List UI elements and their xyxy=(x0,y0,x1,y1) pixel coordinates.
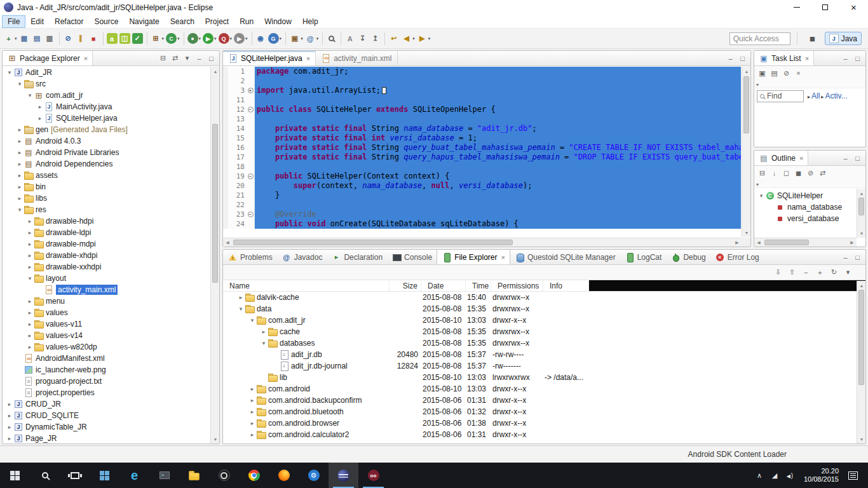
expand-arrow-icon[interactable]: ▸ xyxy=(16,126,24,133)
close-button[interactable] xyxy=(839,0,868,15)
expand-arrow-icon[interactable]: ▸ xyxy=(26,298,34,304)
line-number[interactable]: 13 xyxy=(228,114,247,124)
maximize-view-button[interactable]: □ xyxy=(852,152,863,163)
tree-item-menu[interactable]: ▸menu xyxy=(3,295,210,307)
forward-button[interactable]: ▶▾ xyxy=(416,32,431,44)
menu-window[interactable]: Window xyxy=(259,16,297,27)
expand-arrow-icon[interactable]: ▾ xyxy=(26,92,34,98)
chrome-icon[interactable] xyxy=(239,463,269,488)
scroll-up-icon[interactable] xyxy=(857,189,866,198)
run-dropdown[interactable]: ▾ xyxy=(214,36,217,41)
editor-tab-activity-main-xml[interactable]: activity_main.xml xyxy=(316,51,397,65)
settings-icon[interactable]: ⚙ xyxy=(299,463,329,488)
file-row-dalvik-cache[interactable]: ▸dalvik-cache2015-08-0815:40drwxrwx--x xyxy=(223,292,865,303)
push-file-onto-device-button[interactable]: ⇧ xyxy=(787,267,797,278)
task-list-tab[interactable]: Task List × xyxy=(754,51,814,65)
line-number[interactable]: 19 xyxy=(228,172,247,181)
code-line[interactable] xyxy=(255,76,741,86)
network-icon[interactable]: ◢ xyxy=(770,471,779,480)
annotation-ruler[interactable] xyxy=(223,86,228,95)
annotation-ruler[interactable] xyxy=(223,181,228,191)
lint-check-button[interactable]: ✓ xyxy=(132,32,144,44)
fold-ruler[interactable] xyxy=(247,152,255,162)
tab-questoid-sqlite-manager[interactable]: Questoid SQLite Manager xyxy=(510,250,620,264)
tree-item-assets[interactable]: ▸assets xyxy=(3,170,210,181)
delete-selection-button[interactable]: − xyxy=(801,267,811,278)
expand-arrow-icon[interactable]: ▾ xyxy=(757,193,765,199)
editor-tab-sqlitehelper-java[interactable]: SQLiteHelper.java× xyxy=(223,51,316,65)
volume-icon[interactable] xyxy=(785,471,794,479)
tree-item-values-v11[interactable]: ▸values-v11 xyxy=(3,318,210,330)
outline-item-sqlitehelper[interactable]: ▾SQLiteHelper xyxy=(755,190,856,201)
outline-vertical-scrollbar[interactable] xyxy=(857,189,865,238)
tree-item-crud-jr[interactable]: ▸CRUD_JR xyxy=(3,398,210,410)
tree-item-drawable-mdpi[interactable]: ▸drawable-mdpi xyxy=(3,238,210,250)
file-explorer-icon[interactable] xyxy=(179,463,209,488)
task-view-button[interactable] xyxy=(60,463,90,488)
outline-item-versi-database[interactable]: versi_database xyxy=(755,213,856,224)
file-row-databases[interactable]: ▾databases2015-08-0815:35drwxrwx--x xyxy=(223,337,865,349)
minimize-button[interactable] xyxy=(782,0,811,15)
avd-manager-button[interactable]: ◫ xyxy=(119,32,131,44)
annotation-ruler[interactable] xyxy=(223,172,228,181)
expand-arrow-icon[interactable]: ▸ xyxy=(260,329,268,335)
filter-tasks-button[interactable]: ⊘ xyxy=(781,68,792,79)
line-number[interactable]: 2 xyxy=(228,76,247,86)
fold-ruler[interactable] xyxy=(247,67,255,76)
toolbar-overflow-button[interactable] xyxy=(756,79,759,88)
new-java-project-button[interactable]: ⊞▾ xyxy=(150,32,165,44)
fold-toggle-icon[interactable]: + xyxy=(248,88,254,93)
delete-task-button[interactable]: × xyxy=(793,68,804,79)
menu-run[interactable]: Run xyxy=(234,16,259,27)
maximize-editor-button[interactable]: □ xyxy=(737,53,748,64)
expand-arrow-icon[interactable]: ▾ xyxy=(248,317,256,323)
close-view-icon[interactable]: × xyxy=(799,154,803,162)
media-app-icon[interactable]: oo xyxy=(358,463,388,488)
tree-item-com-adit-jr[interactable]: ▾com.adit_jr xyxy=(3,90,210,101)
coverage-button[interactable]: Q▾ xyxy=(218,32,233,44)
close-tab-icon[interactable]: × xyxy=(306,55,310,62)
new-wizard-dropdown[interactable]: ▾ xyxy=(15,36,17,41)
fold-ruler[interactable]: + xyxy=(247,86,255,95)
fold-ruler[interactable] xyxy=(247,191,255,200)
pull-file-from-device-button[interactable]: ⇩ xyxy=(773,267,783,278)
close-view-icon[interactable]: × xyxy=(805,55,809,62)
annotation-ruler[interactable] xyxy=(223,210,228,219)
scroll-down-icon[interactable] xyxy=(857,229,866,238)
eclipse-icon[interactable] xyxy=(329,463,358,488)
fold-ruler[interactable] xyxy=(247,114,255,124)
line-number[interactable]: 16 xyxy=(228,143,247,152)
tree-item-values[interactable]: ▸values xyxy=(3,307,210,318)
tree-item-ic-launcher-web-png[interactable]: ic_launcher-web.png xyxy=(3,364,210,376)
column-header-size[interactable]: Size xyxy=(390,280,421,291)
minimize-editor-button[interactable]: – xyxy=(725,53,736,64)
tree-item-crud-sqlite[interactable]: ▸CRUD_SQLITE xyxy=(3,410,210,421)
scrollbar-thumb[interactable] xyxy=(858,198,864,215)
expand-arrow-icon[interactable]: ▾ xyxy=(6,69,13,76)
scrollbar-thumb[interactable] xyxy=(764,240,809,245)
maximize-view-button[interactable]: □ xyxy=(206,53,217,64)
scroll-up-icon[interactable] xyxy=(742,67,751,76)
tab-javadoc[interactable]: Javadoc xyxy=(277,250,327,264)
file-table-scrollbar[interactable] xyxy=(857,281,865,444)
expand-arrow-icon[interactable]: ▸ xyxy=(6,412,13,419)
file-row-com-android-bluetooth[interactable]: ▸com.android.bluetooth2015-08-0601:32drw… xyxy=(223,406,865,417)
line-number[interactable]: 14 xyxy=(228,124,247,133)
fold-ruler[interactable] xyxy=(247,219,255,229)
scroll-left-icon[interactable] xyxy=(223,238,232,247)
tree-item-android-private-libraries[interactable]: ▸Android Private Libraries xyxy=(3,147,210,158)
file-row-com-adit-jr[interactable]: ▾com.adit_jr2015-08-1013:03drwxr-x--x xyxy=(223,315,865,326)
line-number[interactable]: 20 xyxy=(228,181,247,191)
tree-item-res[interactable]: ▾res xyxy=(3,204,210,215)
tree-item-project-properties[interactable]: project.properties xyxy=(3,387,210,398)
hide-non-public-button[interactable]: ⊘ xyxy=(805,168,816,179)
next-annotation-button[interactable]: ↧ xyxy=(356,32,369,44)
tree-item-androidmanifest-xml[interactable]: AndroidManifest.xml xyxy=(3,353,210,364)
action-center-icon[interactable] xyxy=(848,471,858,480)
tree-item-src[interactable]: ▾src xyxy=(3,78,210,90)
annotation-ruler[interactable] xyxy=(223,67,228,76)
scrollbar-thumb[interactable] xyxy=(212,124,218,283)
fold-ruler[interactable]: − xyxy=(247,172,255,181)
tree-item-values-w820dp[interactable]: ▸values-w820dp xyxy=(3,341,210,353)
link-with-editor-button[interactable]: ⇄ xyxy=(817,168,828,179)
